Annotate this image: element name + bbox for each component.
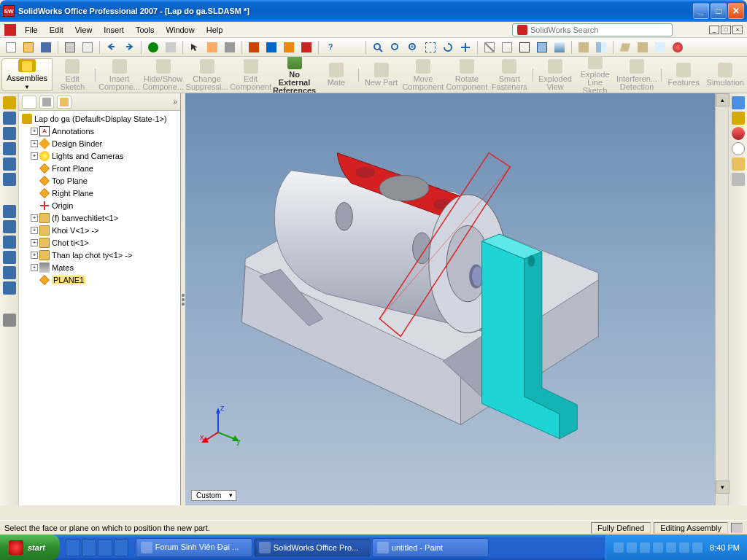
minimize-button[interactable]: _: [693, 3, 709, 19]
print-preview-button[interactable]: [80, 39, 96, 55]
apply-scene-button[interactable]: [652, 39, 668, 55]
ribbon-button[interactable]: Exploded View: [535, 58, 576, 93]
expand-icon[interactable]: +: [31, 140, 38, 147]
tree-item[interactable]: +Than lap chot ty<1> ->: [19, 249, 180, 261]
tray-icon[interactable]: [627, 542, 637, 553]
orientation-triad[interactable]: z y x: [200, 403, 244, 447]
ribbon-button[interactable]: Interferen... Detection: [615, 58, 659, 93]
mdi-minimize-button[interactable]: _: [709, 26, 719, 34]
new-button[interactable]: [3, 39, 19, 55]
expand-icon[interactable]: +: [31, 128, 38, 135]
quick-launch-item[interactable]: [66, 539, 80, 556]
feature-tree[interactable]: Lap do ga (Default<Display State-1>) +AA…: [19, 111, 180, 505]
open-button[interactable]: [20, 39, 36, 55]
3dcc-button[interactable]: [263, 39, 279, 55]
tool-icon[interactable]: [3, 236, 16, 249]
view-scale-dropdown[interactable]: Custom: [191, 490, 236, 501]
expand-icon[interactable]: +: [31, 214, 38, 222]
menu-help[interactable]: Help: [201, 24, 229, 36]
zoom-selection-button[interactable]: [422, 39, 438, 55]
search-input[interactable]: [530, 26, 667, 34]
ribbon-button[interactable]: Insert Compone...: [98, 58, 142, 93]
section-view-button[interactable]: [593, 39, 609, 55]
animate-button[interactable]: [298, 39, 314, 55]
expand-icon[interactable]: +: [31, 252, 38, 259]
expand-tree-button[interactable]: »: [173, 98, 177, 106]
tray-icon[interactable]: [692, 542, 703, 553]
tool-icon[interactable]: [3, 220, 16, 233]
tool-icon[interactable]: [3, 281, 16, 295]
menu-file[interactable]: File: [19, 24, 44, 36]
start-button[interactable]: start: [0, 534, 60, 560]
print-button[interactable]: [62, 39, 78, 55]
menu-insert[interactable]: Insert: [98, 24, 130, 36]
tool-icon[interactable]: [3, 142, 16, 155]
zoom-area-button[interactable]: [387, 39, 403, 55]
home-icon[interactable]: [732, 96, 745, 109]
zoom-in-out-button[interactable]: [405, 39, 421, 55]
tool-icon[interactable]: [3, 158, 16, 171]
save-button[interactable]: [38, 39, 54, 55]
options-button[interactable]: [163, 39, 179, 55]
shaded-button[interactable]: [551, 39, 568, 55]
shaded-edges-button[interactable]: [534, 39, 550, 55]
features-tool-icon[interactable]: [3, 96, 16, 109]
feature-tree-tab[interactable]: [22, 96, 36, 109]
mdi-close-button[interactable]: ×: [732, 26, 743, 34]
tree-item[interactable]: +Mates: [19, 261, 180, 273]
standard-views-button[interactable]: [635, 39, 651, 55]
ribbon-button[interactable]: Mate: [317, 61, 357, 88]
filter-button[interactable]: [222, 39, 238, 55]
edit-appearance-button[interactable]: [670, 39, 686, 55]
expand-icon[interactable]: +: [31, 264, 38, 271]
menu-view[interactable]: View: [69, 24, 98, 36]
zoom-fit-button[interactable]: [370, 39, 386, 55]
ribbon-button[interactable]: New Part: [361, 61, 401, 88]
taskbar-item[interactable]: Forum Sinh Viên Đại ...: [136, 538, 252, 557]
hidden-lines-visible-button[interactable]: [499, 39, 515, 55]
ribbon-button[interactable]: Hide/Show Compone...: [142, 58, 185, 93]
menu-edit[interactable]: Edit: [44, 24, 69, 36]
ribbon-button[interactable]: Change Suppressi...: [185, 58, 229, 93]
tree-item[interactable]: Top Plane: [19, 174, 180, 187]
tree-item[interactable]: Front Plane: [19, 162, 180, 174]
quick-launch-item[interactable]: [82, 539, 96, 556]
tree-item[interactable]: +Khoi V<1> ->: [19, 224, 180, 236]
graphics-viewport[interactable]: z y x Custom: [185, 93, 715, 505]
menu-tools[interactable]: Tools: [130, 24, 160, 36]
edrawings-button[interactable]: [281, 39, 297, 55]
property-tab[interactable]: [39, 96, 54, 109]
document-recovery-icon[interactable]: [732, 173, 745, 186]
toolbox-button[interactable]: [246, 39, 262, 55]
quick-launch-item[interactable]: [98, 539, 112, 556]
search-box[interactable]: [512, 23, 673, 36]
ribbon-button[interactable]: Edit Sketch: [53, 58, 93, 93]
ribbon-button[interactable]: Rotate Component: [445, 58, 489, 93]
tray-icon[interactable]: [614, 542, 624, 553]
tool-icon[interactable]: [3, 205, 16, 218]
tool-icon[interactable]: [3, 173, 16, 186]
wireframe-button[interactable]: [481, 39, 498, 55]
ribbon-button[interactable]: Edit Component: [229, 58, 273, 93]
tray-icon[interactable]: [653, 542, 663, 553]
tool-icon[interactable]: [3, 266, 16, 279]
status-icon[interactable]: [731, 523, 743, 533]
tray-icon[interactable]: [640, 542, 650, 553]
resource-icon[interactable]: [732, 127, 745, 140]
tree-item[interactable]: +Design Binder: [19, 137, 180, 149]
mdi-restore-button[interactable]: □: [721, 26, 731, 34]
ribbon-tab-assemblies[interactable]: Assemblies ▼: [1, 58, 53, 91]
tree-item[interactable]: PLANE1: [19, 273, 180, 286]
rotate-view-button[interactable]: [440, 39, 456, 55]
ribbon-button[interactable]: Smart Fasteners: [489, 58, 530, 93]
ribbon-button[interactable]: No External References: [273, 57, 317, 93]
tree-item[interactable]: +(f) banvechitiet<1>: [19, 211, 180, 224]
tree-item[interactable]: Origin: [19, 199, 180, 211]
config-tab[interactable]: [57, 96, 71, 109]
taskbar-item[interactable]: SolidWorks Office Pro...: [254, 538, 371, 557]
tray-icon[interactable]: [679, 542, 689, 553]
clock[interactable]: 8:40 PM: [710, 543, 740, 552]
search-task-icon[interactable]: [732, 142, 745, 155]
view-orientation-button[interactable]: [617, 39, 633, 55]
redo-button[interactable]: [121, 39, 137, 55]
